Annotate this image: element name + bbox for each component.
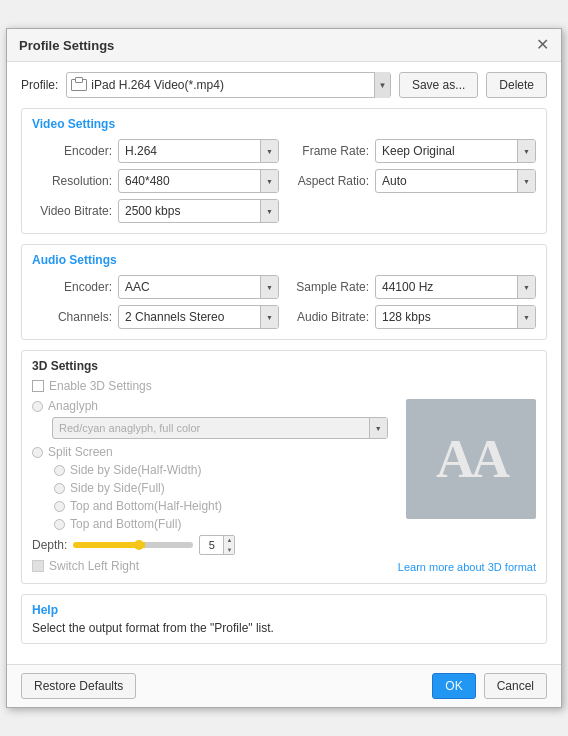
frame-rate-select[interactable]: Keep Original <box>375 139 536 163</box>
side-by-side-half-radio[interactable] <box>54 465 65 476</box>
aspect-ratio-value: Auto <box>376 174 517 188</box>
encoder-arrow[interactable] <box>260 139 278 163</box>
title-bar: Profile Settings ✕ <box>7 29 561 62</box>
delete-button[interactable]: Delete <box>486 72 547 98</box>
depth-number: 5 <box>200 539 223 551</box>
three-d-settings-title: 3D Settings <box>32 359 536 373</box>
audio-bitrate-select[interactable]: 128 kbps <box>375 305 536 329</box>
split-screen-label: Split Screen <box>48 445 113 459</box>
audio-settings-grid: Encoder: AAC Channels: 2 Channels Stereo <box>32 275 536 329</box>
video-bitrate-row: Video Bitrate: 2500 kbps <box>32 199 279 223</box>
aspect-ratio-row: Aspect Ratio: Auto <box>289 169 536 193</box>
side-by-side-full-label: Side by Side(Full) <box>70 481 165 495</box>
sample-rate-label: Sample Rate: <box>289 280 369 294</box>
depth-down[interactable]: ▼ <box>224 545 234 555</box>
learn-more-link[interactable]: Learn more about 3D format <box>398 561 536 573</box>
top-bottom-half-radio[interactable] <box>54 501 65 512</box>
help-title: Help <box>32 603 536 617</box>
audio-encoder-label: Encoder: <box>32 280 112 294</box>
video-bitrate-select[interactable]: 2500 kbps <box>118 199 279 223</box>
profile-label: Profile: <box>21 78 58 92</box>
audio-settings-section: Audio Settings Encoder: AAC Channels: 2 … <box>21 244 547 340</box>
aspect-ratio-label: Aspect Ratio: <box>289 174 369 188</box>
sample-rate-row: Sample Rate: 44100 Hz <box>289 275 536 299</box>
resolution-select[interactable]: 640*480 <box>118 169 279 193</box>
top-bottom-half-row: Top and Bottom(Half-Height) <box>54 499 388 513</box>
enable-3d-checkbox[interactable] <box>32 380 44 392</box>
depth-spinners: ▲ ▼ <box>223 535 234 555</box>
video-settings-section: Video Settings Encoder: H.264 Resolution… <box>21 108 547 234</box>
resolution-value: 640*480 <box>119 174 260 188</box>
profile-value: iPad H.264 Video(*.mp4) <box>91 78 370 92</box>
top-bottom-half-label: Top and Bottom(Half-Height) <box>70 499 222 513</box>
encoder-row: Encoder: H.264 <box>32 139 279 163</box>
video-bitrate-label: Video Bitrate: <box>32 204 112 218</box>
channels-select[interactable]: 2 Channels Stereo <box>118 305 279 329</box>
close-button[interactable]: ✕ <box>536 37 549 53</box>
video-settings-grid: Encoder: H.264 Resolution: 640*480 <box>32 139 536 223</box>
audio-encoder-arrow[interactable] <box>260 275 278 299</box>
frame-rate-label: Frame Rate: <box>289 144 369 158</box>
side-by-side-full-radio[interactable] <box>54 483 65 494</box>
video-bitrate-arrow[interactable] <box>260 199 278 223</box>
video-settings-right: Frame Rate: Keep Original Aspect Ratio: … <box>289 139 536 223</box>
switch-lr-checkbox[interactable] <box>32 560 44 572</box>
split-screen-radio[interactable] <box>32 447 43 458</box>
ok-button[interactable]: OK <box>432 673 475 699</box>
audio-bitrate-label: Audio Bitrate: <box>289 310 369 324</box>
anaglyph-label: Anaglyph <box>48 399 98 413</box>
audio-encoder-select[interactable]: AAC <box>118 275 279 299</box>
encoder-label: Encoder: <box>32 144 112 158</box>
top-bottom-full-label: Top and Bottom(Full) <box>70 517 181 531</box>
aspect-ratio-select[interactable]: Auto <box>375 169 536 193</box>
depth-row: Depth: 5 ▲ ▼ <box>32 535 388 555</box>
dialog-title: Profile Settings <box>19 38 114 53</box>
split-screen-options: Side by Side(Half-Width) Side by Side(Fu… <box>54 463 388 531</box>
depth-slider[interactable] <box>73 542 193 548</box>
top-bottom-full-radio[interactable] <box>54 519 65 530</box>
channels-arrow[interactable] <box>260 305 278 329</box>
aspect-ratio-arrow[interactable] <box>517 169 535 193</box>
restore-defaults-button[interactable]: Restore Defaults <box>21 673 136 699</box>
anaglyph-arrow <box>369 417 387 439</box>
frame-rate-value: Keep Original <box>376 144 517 158</box>
cancel-button[interactable]: Cancel <box>484 673 547 699</box>
audio-settings-left: Encoder: AAC Channels: 2 Channels Stereo <box>32 275 279 329</box>
depth-up[interactable]: ▲ <box>224 535 234 545</box>
audio-bitrate-value: 128 kbps <box>376 310 517 324</box>
three-d-layout: Anaglyph Red/cyan anaglyph, full color S… <box>32 399 536 573</box>
encoder-select[interactable]: H.264 <box>118 139 279 163</box>
side-by-side-half-row: Side by Side(Half-Width) <box>54 463 388 477</box>
three-d-right: AA Learn more about 3D format <box>398 399 536 573</box>
resolution-row: Resolution: 640*480 <box>32 169 279 193</box>
save-as-button[interactable]: Save as... <box>399 72 478 98</box>
anaglyph-radio[interactable] <box>32 401 43 412</box>
audio-encoder-value: AAC <box>119 280 260 294</box>
depth-label: Depth: <box>32 538 67 552</box>
sample-rate-arrow[interactable] <box>517 275 535 299</box>
profile-row: Profile: iPad H.264 Video(*.mp4) Save as… <box>21 72 547 98</box>
tablet-icon <box>71 79 87 91</box>
video-settings-title: Video Settings <box>32 117 536 131</box>
anaglyph-radio-row: Anaglyph <box>32 399 388 413</box>
dialog-footer: Restore Defaults OK Cancel <box>7 664 561 707</box>
depth-slider-thumb <box>134 540 144 550</box>
profile-dropdown-arrow[interactable] <box>374 72 390 98</box>
sample-rate-select[interactable]: 44100 Hz <box>375 275 536 299</box>
sample-rate-value: 44100 Hz <box>376 280 517 294</box>
profile-select[interactable]: iPad H.264 Video(*.mp4) <box>66 72 391 98</box>
switch-left-right-row: Switch Left Right <box>32 559 388 573</box>
frame-rate-arrow[interactable] <box>517 139 535 163</box>
audio-bitrate-arrow[interactable] <box>517 305 535 329</box>
footer-right: OK Cancel <box>432 673 547 699</box>
video-bitrate-value: 2500 kbps <box>119 204 260 218</box>
audio-settings-title: Audio Settings <box>32 253 536 267</box>
depth-value-input[interactable]: 5 ▲ ▼ <box>199 535 235 555</box>
anaglyph-select: Red/cyan anaglyph, full color <box>52 417 388 439</box>
audio-bitrate-row: Audio Bitrate: 128 kbps <box>289 305 536 329</box>
resolution-arrow[interactable] <box>260 169 278 193</box>
three-d-settings-section: 3D Settings Enable 3D Settings Anaglyph … <box>21 350 547 584</box>
encoder-value: H.264 <box>119 144 260 158</box>
channels-value: 2 Channels Stereo <box>119 310 260 324</box>
resolution-label: Resolution: <box>32 174 112 188</box>
